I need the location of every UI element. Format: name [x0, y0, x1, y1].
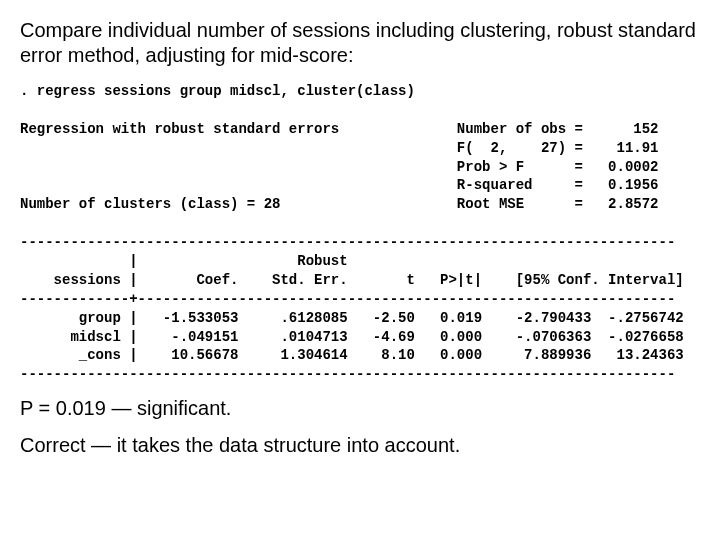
stata-command: . regress sessions group midscl, cluster…: [20, 82, 700, 101]
slide: Compare individual number of sessions in…: [0, 0, 720, 458]
regression-table: ----------------------------------------…: [20, 233, 700, 384]
conclusion-text: Correct — it takes the data structure in…: [20, 433, 700, 458]
blank-line-2: [20, 214, 700, 233]
intro-text: Compare individual number of sessions in…: [20, 18, 700, 68]
conclusion-p: P = 0.019 — significant.: [20, 396, 700, 421]
regression-header-block: Regression with robust standard errors N…: [20, 120, 700, 214]
blank-line: [20, 101, 700, 120]
